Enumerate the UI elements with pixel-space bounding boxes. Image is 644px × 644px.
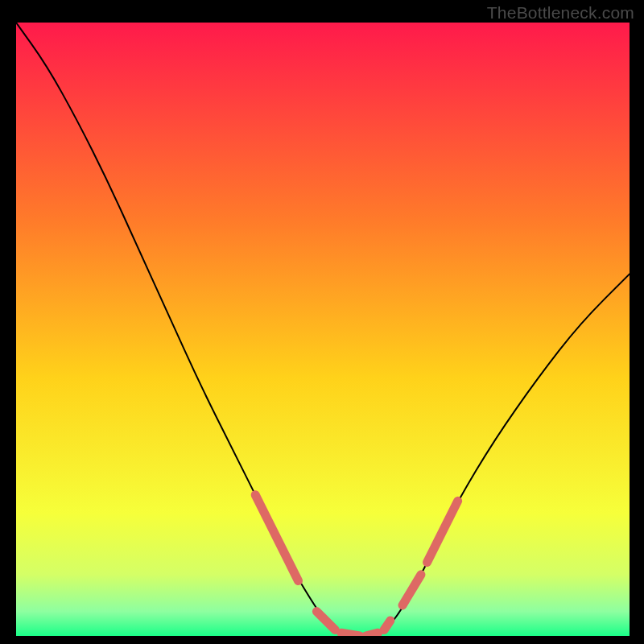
plot-area <box>16 23 630 636</box>
highlight-segment <box>341 633 360 636</box>
watermark-text: TheBottleneck.com <box>487 3 634 23</box>
highlight-segment <box>365 633 378 636</box>
plot-svg <box>16 23 630 636</box>
highlight-segment <box>384 621 390 630</box>
gradient-background <box>16 23 630 636</box>
chart-stage: TheBottleneck.com <box>0 0 644 644</box>
